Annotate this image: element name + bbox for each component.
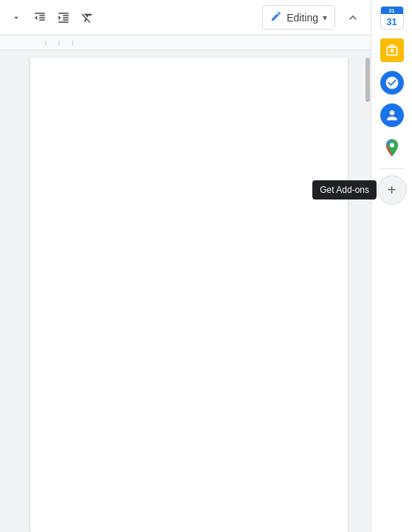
scrollbar[interactable]: [365, 50, 371, 532]
google-tasks-icon: [380, 71, 404, 95]
sidebar-divider: [380, 168, 404, 169]
document-area[interactable]: [0, 50, 371, 532]
ruler-mark: |: [45, 39, 47, 46]
scrollbar-thumb[interactable]: [365, 58, 370, 102]
google-keep-btn[interactable]: [377, 35, 407, 65]
toolbar-dropdown-btn[interactable]: [6, 7, 27, 28]
document-page[interactable]: [30, 58, 348, 532]
main-area: Editing ▾ | | |: [0, 0, 371, 532]
toolbar-right: Editing ▾: [262, 5, 365, 30]
clear-formatting-btn[interactable]: [77, 7, 97, 28]
plus-icon: +: [388, 182, 396, 199]
ruler: | | |: [0, 35, 371, 50]
google-contacts-icon: [380, 103, 404, 127]
toolbar: Editing ▾: [0, 0, 371, 35]
gcal-top: 31: [381, 7, 403, 14]
toolbar-left: [6, 7, 97, 28]
collapse-toolbar-btn[interactable]: [341, 6, 365, 30]
get-addons-btn[interactable]: +: [377, 175, 407, 205]
right-sidebar: 31 31: [371, 0, 412, 532]
pencil-icon: [270, 10, 282, 24]
increase-indent-btn[interactable]: [53, 7, 74, 28]
google-tasks-btn[interactable]: [377, 68, 407, 98]
google-maps-btn[interactable]: [377, 133, 407, 163]
svg-point-0: [390, 143, 394, 148]
gcal-num: 31: [381, 14, 403, 29]
ruler-mark: |: [72, 39, 73, 46]
addons-container: + Get Add-ons: [371, 175, 412, 205]
editing-label: Editing: [286, 12, 318, 24]
google-keep-icon: [380, 38, 404, 62]
decrease-indent-btn[interactable]: [30, 7, 50, 28]
editing-dropdown-btn[interactable]: Editing ▾: [262, 5, 335, 30]
google-contacts-btn[interactable]: [377, 100, 407, 130]
ruler-mark: |: [58, 39, 60, 46]
ruler-marks: | | |: [3, 39, 73, 46]
chevron-down-icon: ▾: [323, 13, 327, 23]
google-calendar-btn[interactable]: 31 31: [377, 3, 407, 33]
google-maps-icon: [380, 136, 404, 160]
google-calendar-icon: 31 31: [380, 6, 404, 30]
